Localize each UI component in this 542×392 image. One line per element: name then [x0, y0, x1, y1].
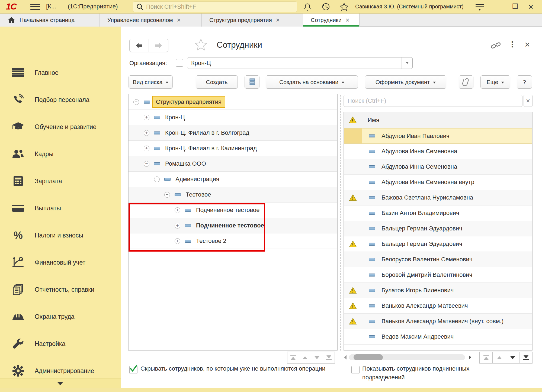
sidebar-item-10[interactable]: Охрана труда — [0, 307, 121, 326]
expander-icon[interactable]: + — [175, 238, 180, 244]
employee-row[interactable]: Бажова Светлана Нурисламовна — [344, 190, 532, 205]
issue-document-button[interactable]: Оформить документ — [365, 75, 446, 89]
hide-employees-checkbox[interactable] — [129, 366, 137, 374]
tab-close-icon[interactable]: ✕ — [276, 17, 280, 23]
scroll-thumb[interactable] — [354, 354, 383, 360]
tree-row[interactable]: − Тестовое — [129, 187, 337, 203]
view-list-button[interactable]: Вид списка — [129, 75, 173, 89]
show-subordinate-checkbox[interactable] — [351, 366, 360, 374]
tab-close-icon[interactable]: ✕ — [177, 17, 181, 23]
expander-icon[interactable]: + — [175, 207, 180, 213]
tab-1[interactable]: Управление персоналом ✕ — [100, 14, 202, 27]
sidebar-item-2[interactable]: Подбор персонала — [0, 90, 121, 109]
sidebar-item-8[interactable]: ₽ Финансовый учет — [0, 253, 121, 272]
employee-row[interactable]: Ведов Максим Андреевич — [344, 329, 532, 345]
tab-3[interactable]: Сотрудники ✕ — [303, 14, 360, 27]
tree-row[interactable]: − Структура предприятия — [129, 94, 337, 110]
tree-go-bottom-button[interactable] — [323, 352, 335, 364]
current-user[interactable]: Савинская З.Ю. (Системный программист) — [355, 4, 464, 10]
emp-go-top-button[interactable] — [479, 352, 493, 364]
favorites-star-icon[interactable] — [339, 2, 349, 12]
more-button[interactable]: Еще — [480, 75, 510, 89]
search-clear-button[interactable]: ✕ — [524, 95, 533, 107]
help-button[interactable]: ? — [517, 75, 532, 89]
service-menu-icon[interactable] — [475, 4, 484, 13]
employee-row[interactable]: Бальцер Герман Эдуардович — [344, 236, 532, 252]
tree-row[interactable]: + Подчиненное тестовое — [129, 218, 337, 233]
organization-filter-checkbox[interactable] — [176, 59, 183, 67]
expander-icon[interactable]: + — [144, 146, 149, 151]
sidebar-item-5[interactable]: Зарплата — [0, 172, 121, 191]
sidebar-item-1[interactable]: Главное — [0, 63, 121, 82]
employee-row[interactable]: Абдулов Иван Павлович — [344, 128, 532, 144]
expander-icon[interactable]: + — [144, 115, 149, 120]
employee-row[interactable]: Ваньков Александр Матвеевич (внут. совм.… — [344, 314, 532, 329]
tree-down-button[interactable] — [311, 352, 323, 364]
tree-up-button[interactable] — [299, 352, 311, 364]
employees-search-input[interactable] — [348, 97, 522, 104]
sidebar-item-3[interactable]: Обучение и развитие — [0, 117, 121, 136]
panel-splitter[interactable] — [340, 95, 341, 351]
sidebar-item-7[interactable]: % Налоги и взносы — [0, 226, 121, 245]
employee-row[interactable]: Булатов Игорь Виленович — [344, 283, 532, 298]
get-link-icon[interactable] — [490, 41, 501, 52]
main-menu-icon[interactable] — [30, 4, 40, 10]
employee-row[interactable]: Абдулова Инна Семеновна — [344, 159, 532, 175]
employee-row[interactable]: Белорусов Валентин Семенович — [344, 252, 532, 267]
employees-hscrollbar[interactable] — [344, 354, 474, 361]
expander-icon[interactable]: − — [154, 176, 160, 182]
combo-dropdown-button[interactable] — [402, 57, 412, 69]
sidebar-item-12[interactable]: Администрирование — [0, 361, 121, 378]
expander-icon[interactable]: − — [164, 192, 170, 198]
tab-close-icon[interactable]: ✕ — [345, 17, 350, 23]
expander-icon[interactable]: − — [133, 99, 139, 105]
tree-row[interactable]: + Крон-Ц. Филиал в г. Калининград — [129, 141, 337, 156]
create-based-on-button[interactable]: Создать на основании — [266, 75, 358, 89]
emp-down-button[interactable] — [506, 352, 519, 364]
tree-row[interactable]: + Тестовое 2 — [129, 233, 337, 249]
forward-button[interactable] — [149, 39, 168, 52]
add-to-favorites-star-icon[interactable] — [194, 38, 208, 53]
create-button[interactable]: Создать — [196, 75, 238, 89]
expander-icon[interactable]: + — [144, 130, 149, 136]
more-actions-icon[interactable]: ⋮ — [508, 40, 517, 49]
expander-icon[interactable]: + — [175, 223, 180, 229]
employee-row[interactable]: Ваньков Александр Матвеевич — [344, 298, 532, 314]
expander-icon[interactable]: − — [144, 161, 149, 167]
close-form-icon[interactable]: ✕ — [524, 41, 530, 49]
tree-row[interactable]: + Крон-Ц — [129, 110, 337, 125]
employee-row[interactable]: Боровой Дмитрий Валентинович — [344, 267, 532, 283]
create-group-button[interactable] — [245, 75, 259, 89]
minimize-button[interactable]: — — [494, 2, 501, 9]
employee-row[interactable]: Бальцер Герман Эдуардович — [344, 221, 532, 236]
tab-2[interactable]: Структура предприятия ✕ — [202, 14, 303, 27]
tree-row[interactable]: + Крон-Ц. Филиал в г. Волгоград — [129, 125, 337, 141]
employee-row[interactable]: Базин Антон Владимирович — [344, 205, 532, 221]
tree-row[interactable]: − Ромашка ООО — [129, 156, 337, 172]
notifications-bell-icon[interactable] — [303, 2, 312, 12]
tree-go-top-button[interactable] — [287, 352, 299, 364]
scroll-left-icon[interactable] — [344, 355, 347, 359]
tab-home[interactable]: Начальная страница ✕ — [0, 14, 100, 27]
scroll-right-icon[interactable] — [469, 355, 471, 359]
history-icon[interactable] — [322, 2, 331, 12]
sidebar-item-9[interactable]: Отчетность, справки — [0, 280, 121, 299]
attachments-button[interactable] — [459, 75, 473, 89]
employee-row[interactable]: Абдулова Инна Семеновна — [344, 144, 532, 159]
name-column-header[interactable]: Имя — [368, 117, 379, 124]
tree-row[interactable]: + Подчиненное тестовое — [129, 203, 337, 218]
sidebar-item-11[interactable]: Настройка — [0, 334, 121, 353]
back-button[interactable] — [130, 39, 149, 52]
emp-up-button[interactable] — [493, 352, 506, 364]
maximize-button[interactable]: ☐ — [512, 2, 518, 11]
emp-go-bottom-button[interactable] — [519, 352, 533, 364]
organization-combo[interactable]: Крон-Ц — [187, 57, 413, 69]
global-search-input[interactable] — [146, 3, 297, 10]
sidebar-item-6[interactable]: Выплаты — [0, 199, 121, 218]
sidebar-scroll-down[interactable] — [0, 378, 121, 388]
global-search[interactable] — [133, 1, 297, 12]
sidebar-item-4[interactable]: Кадры — [0, 144, 121, 163]
close-window-button[interactable]: ✕ — [528, 3, 534, 11]
tree-row[interactable]: − Администрация — [129, 172, 337, 187]
employees-search[interactable] — [344, 95, 522, 107]
